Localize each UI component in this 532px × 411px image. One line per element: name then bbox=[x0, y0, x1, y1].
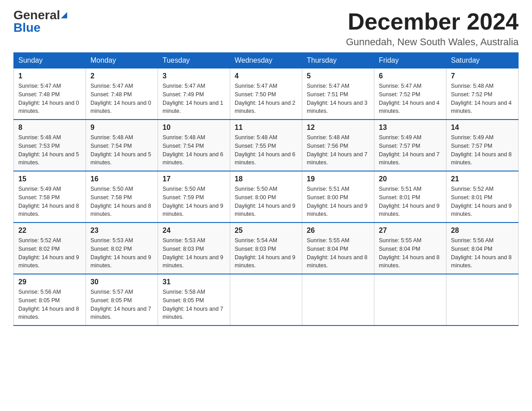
day-number: 22 bbox=[18, 227, 81, 235]
day-info: Sunrise: 5:48 AMSunset: 7:54 PMDaylight:… bbox=[163, 134, 223, 166]
day-number: 16 bbox=[90, 175, 153, 183]
day-number: 11 bbox=[235, 124, 297, 132]
calendar-cell bbox=[446, 274, 519, 325]
weekday-header-sunday: Sunday bbox=[14, 53, 86, 68]
day-number: 31 bbox=[163, 278, 225, 286]
day-info: Sunrise: 5:57 AMSunset: 8:05 PMDaylight:… bbox=[90, 289, 151, 320]
day-info: Sunrise: 5:48 AMSunset: 7:54 PMDaylight:… bbox=[90, 134, 151, 166]
calendar-cell: 6 Sunrise: 5:47 AMSunset: 7:52 PMDayligh… bbox=[374, 68, 446, 120]
day-number: 1 bbox=[18, 72, 81, 80]
calendar-cell: 20 Sunrise: 5:51 AMSunset: 8:01 PMDaylig… bbox=[374, 171, 446, 223]
day-info: Sunrise: 5:50 AMSunset: 7:58 PMDaylight:… bbox=[90, 186, 151, 217]
weekday-header-friday: Friday bbox=[374, 53, 446, 68]
calendar-table: SundayMondayTuesdayWednesdayThursdayFrid… bbox=[13, 52, 519, 326]
weekday-header-wednesday: Wednesday bbox=[230, 53, 302, 68]
day-info: Sunrise: 5:49 AMSunset: 7:58 PMDaylight:… bbox=[18, 186, 79, 217]
day-number: 4 bbox=[235, 72, 297, 80]
day-info: Sunrise: 5:47 AMSunset: 7:52 PMDaylight:… bbox=[379, 83, 440, 114]
day-number: 7 bbox=[451, 72, 514, 80]
calendar-cell: 5 Sunrise: 5:47 AMSunset: 7:51 PMDayligh… bbox=[302, 68, 374, 120]
page-header: General Blue December 2024 Gunnedah, New… bbox=[13, 9, 519, 48]
calendar-cell: 15 Sunrise: 5:49 AMSunset: 7:58 PMDaylig… bbox=[14, 171, 86, 223]
day-number: 26 bbox=[307, 227, 369, 235]
day-number: 20 bbox=[379, 175, 442, 183]
day-info: Sunrise: 5:50 AMSunset: 8:00 PMDaylight:… bbox=[235, 186, 296, 217]
day-number: 5 bbox=[307, 72, 369, 80]
calendar-cell: 1 Sunrise: 5:47 AMSunset: 7:48 PMDayligh… bbox=[14, 68, 86, 120]
calendar-cell: 17 Sunrise: 5:50 AMSunset: 7:59 PMDaylig… bbox=[158, 171, 230, 223]
day-info: Sunrise: 5:47 AMSunset: 7:51 PMDaylight:… bbox=[307, 83, 368, 114]
day-number: 28 bbox=[451, 227, 514, 235]
day-info: Sunrise: 5:51 AMSunset: 8:01 PMDaylight:… bbox=[379, 186, 440, 217]
calendar-cell: 24 Sunrise: 5:53 AMSunset: 8:03 PMDaylig… bbox=[158, 223, 230, 274]
calendar-cell: 23 Sunrise: 5:53 AMSunset: 8:02 PMDaylig… bbox=[86, 223, 158, 274]
day-number: 25 bbox=[235, 227, 297, 235]
day-info: Sunrise: 5:56 AMSunset: 8:05 PMDaylight:… bbox=[18, 289, 79, 320]
day-info: Sunrise: 5:54 AMSunset: 8:03 PMDaylight:… bbox=[235, 237, 296, 269]
calendar-cell: 19 Sunrise: 5:51 AMSunset: 8:00 PMDaylig… bbox=[302, 171, 374, 223]
calendar-cell: 12 Sunrise: 5:48 AMSunset: 7:56 PMDaylig… bbox=[302, 120, 374, 171]
day-number: 2 bbox=[90, 72, 153, 80]
day-info: Sunrise: 5:55 AMSunset: 8:04 PMDaylight:… bbox=[379, 237, 440, 269]
day-number: 13 bbox=[379, 124, 442, 132]
week-row-3: 15 Sunrise: 5:49 AMSunset: 7:58 PMDaylig… bbox=[14, 171, 519, 223]
month-title: December 2024 bbox=[346, 9, 519, 34]
week-row-2: 8 Sunrise: 5:48 AMSunset: 7:53 PMDayligh… bbox=[14, 120, 519, 171]
day-number: 10 bbox=[163, 124, 225, 132]
calendar-cell: 22 Sunrise: 5:52 AMSunset: 8:02 PMDaylig… bbox=[14, 223, 86, 274]
day-info: Sunrise: 5:48 AMSunset: 7:56 PMDaylight:… bbox=[307, 134, 368, 166]
day-number: 21 bbox=[451, 175, 514, 183]
weekday-header-row: SundayMondayTuesdayWednesdayThursdayFrid… bbox=[14, 53, 519, 68]
calendar-cell: 26 Sunrise: 5:55 AMSunset: 8:04 PMDaylig… bbox=[302, 223, 374, 274]
day-info: Sunrise: 5:47 AMSunset: 7:49 PMDaylight:… bbox=[163, 83, 223, 114]
day-info: Sunrise: 5:48 AMSunset: 7:52 PMDaylight:… bbox=[451, 83, 512, 114]
day-info: Sunrise: 5:58 AMSunset: 8:05 PMDaylight:… bbox=[163, 289, 223, 320]
calendar-cell: 3 Sunrise: 5:47 AMSunset: 7:49 PMDayligh… bbox=[158, 68, 230, 120]
calendar-cell: 2 Sunrise: 5:47 AMSunset: 7:48 PMDayligh… bbox=[86, 68, 158, 120]
logo-arrow-icon bbox=[61, 12, 67, 18]
day-info: Sunrise: 5:50 AMSunset: 7:59 PMDaylight:… bbox=[163, 186, 223, 217]
day-number: 27 bbox=[379, 227, 442, 235]
day-number: 6 bbox=[379, 72, 442, 80]
calendar-cell: 29 Sunrise: 5:56 AMSunset: 8:05 PMDaylig… bbox=[14, 274, 86, 325]
calendar-cell bbox=[374, 274, 446, 325]
day-number: 23 bbox=[90, 227, 153, 235]
calendar-cell bbox=[302, 274, 374, 325]
calendar-cell: 8 Sunrise: 5:48 AMSunset: 7:53 PMDayligh… bbox=[14, 120, 86, 171]
day-info: Sunrise: 5:52 AMSunset: 8:02 PMDaylight:… bbox=[18, 237, 79, 269]
calendar-cell: 16 Sunrise: 5:50 AMSunset: 7:58 PMDaylig… bbox=[86, 171, 158, 223]
calendar-cell: 28 Sunrise: 5:56 AMSunset: 8:04 PMDaylig… bbox=[446, 223, 519, 274]
logo-general-text: General bbox=[13, 9, 60, 21]
day-number: 9 bbox=[90, 124, 153, 132]
calendar-cell: 30 Sunrise: 5:57 AMSunset: 8:05 PMDaylig… bbox=[86, 274, 158, 325]
day-info: Sunrise: 5:47 AMSunset: 7:50 PMDaylight:… bbox=[235, 83, 296, 114]
calendar-cell: 13 Sunrise: 5:49 AMSunset: 7:57 PMDaylig… bbox=[374, 120, 446, 171]
week-row-4: 22 Sunrise: 5:52 AMSunset: 8:02 PMDaylig… bbox=[14, 223, 519, 274]
calendar-cell: 27 Sunrise: 5:55 AMSunset: 8:04 PMDaylig… bbox=[374, 223, 446, 274]
day-number: 29 bbox=[18, 278, 81, 286]
week-row-1: 1 Sunrise: 5:47 AMSunset: 7:48 PMDayligh… bbox=[14, 68, 519, 120]
day-info: Sunrise: 5:48 AMSunset: 7:55 PMDaylight:… bbox=[235, 134, 296, 166]
calendar-cell: 31 Sunrise: 5:58 AMSunset: 8:05 PMDaylig… bbox=[158, 274, 230, 325]
week-row-5: 29 Sunrise: 5:56 AMSunset: 8:05 PMDaylig… bbox=[14, 274, 519, 325]
day-number: 12 bbox=[307, 124, 369, 132]
day-info: Sunrise: 5:55 AMSunset: 8:04 PMDaylight:… bbox=[307, 237, 368, 269]
calendar-cell: 7 Sunrise: 5:48 AMSunset: 7:52 PMDayligh… bbox=[446, 68, 519, 120]
weekday-header-saturday: Saturday bbox=[446, 53, 519, 68]
calendar-cell: 9 Sunrise: 5:48 AMSunset: 7:54 PMDayligh… bbox=[86, 120, 158, 171]
day-number: 19 bbox=[307, 175, 369, 183]
weekday-header-monday: Monday bbox=[86, 53, 158, 68]
day-number: 8 bbox=[18, 124, 81, 132]
logo: General Blue bbox=[13, 9, 67, 34]
day-info: Sunrise: 5:51 AMSunset: 8:00 PMDaylight:… bbox=[307, 186, 368, 217]
day-number: 30 bbox=[90, 278, 153, 286]
day-number: 18 bbox=[235, 175, 297, 183]
day-number: 3 bbox=[163, 72, 225, 80]
calendar-cell: 10 Sunrise: 5:48 AMSunset: 7:54 PMDaylig… bbox=[158, 120, 230, 171]
weekday-header-thursday: Thursday bbox=[302, 53, 374, 68]
logo-blue-text: Blue bbox=[13, 21, 41, 34]
title-block: December 2024 Gunnedah, New South Wales,… bbox=[346, 9, 519, 48]
day-info: Sunrise: 5:53 AMSunset: 8:03 PMDaylight:… bbox=[163, 237, 223, 269]
day-info: Sunrise: 5:56 AMSunset: 8:04 PMDaylight:… bbox=[451, 237, 512, 269]
calendar-cell: 14 Sunrise: 5:49 AMSunset: 7:57 PMDaylig… bbox=[446, 120, 519, 171]
